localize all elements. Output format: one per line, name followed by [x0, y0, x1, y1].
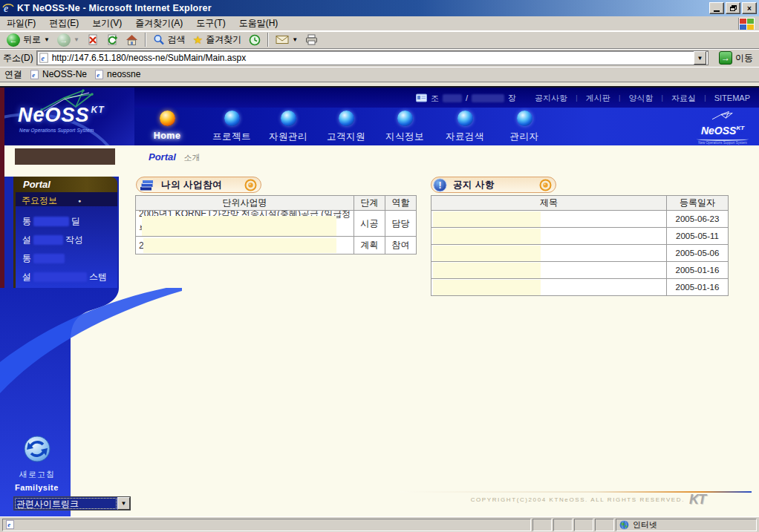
forward-icon: →	[57, 33, 71, 47]
mail-button[interactable]: ▼	[272, 32, 302, 48]
quicklink-notice[interactable]: 공지사항	[530, 93, 572, 104]
table-row[interactable]: 2005년1 KORNET가감망 전송시설(충혜)공급 (일급정 부 시공 담당	[136, 211, 417, 237]
print-button[interactable]	[302, 32, 322, 48]
breadcrumb: Portal 소개	[149, 151, 200, 163]
ie-page-icon: e	[94, 70, 104, 79]
orange-ring-button[interactable]	[539, 179, 552, 191]
nav-resource[interactable]: 자원관리	[255, 111, 322, 143]
refresh-circle-icon	[23, 435, 51, 463]
sidebar-item-1[interactable]: 통 딜	[16, 212, 117, 231]
table-row[interactable]: 2005-05-11	[431, 228, 729, 245]
history-icon	[249, 34, 261, 46]
status-main-pane: e	[2, 519, 531, 531]
familysite-label: Familysite	[15, 483, 59, 492]
status-zone-label: 인터넷	[633, 519, 657, 531]
forward-button[interactable]: → ▼	[53, 32, 83, 48]
quicklink-library[interactable]: 자료실	[667, 93, 700, 104]
refresh-page-button[interactable]: 새로고침	[10, 435, 64, 480]
minimize-button[interactable]	[709, 2, 724, 14]
toolbar-separator	[267, 33, 269, 47]
table-row[interactable]: 2 계획 참여	[136, 237, 417, 254]
nav-search[interactable]: 자료검색	[431, 111, 498, 143]
home-button[interactable]	[122, 32, 142, 48]
stage-cell: 시공	[354, 211, 385, 237]
mail-dropdown-icon[interactable]: ▼	[292, 36, 298, 43]
redacted-text	[33, 235, 63, 245]
orange-ring-button[interactable]	[244, 179, 257, 191]
menu-help[interactable]: 도움말(H)	[232, 16, 285, 31]
sidebar-swoosh	[0, 288, 193, 516]
nav-admin[interactable]: 관리자	[491, 111, 558, 143]
table-row[interactable]: 2005-01-16	[431, 262, 729, 279]
address-url[interactable]: http://147.6.51.180/neoss-ne/SubMain/Mai…	[52, 53, 694, 63]
mini-neoss-logo: NeOSSKT New Operations Support System	[691, 110, 755, 144]
sidebar-item-2[interactable]: 설 작성	[16, 231, 117, 249]
menu-view[interactable]: 보기(V)	[85, 16, 128, 31]
status-pane	[595, 519, 614, 531]
quicklink-board[interactable]: 게시판	[582, 93, 615, 104]
redacted-text	[433, 280, 541, 295]
notice-date: 2005-01-16	[667, 279, 729, 296]
go-button[interactable]: → 이동	[716, 50, 756, 65]
back-button[interactable]: ← 뒤로 ▼	[3, 32, 53, 48]
user-prefix: 조	[431, 93, 439, 104]
familysite-selected-value: 관련사이트링크	[14, 497, 117, 510]
sidebar-item-3[interactable]: 통	[16, 249, 117, 268]
address-dropdown-icon[interactable]: ▼	[694, 51, 706, 65]
select-dropdown-icon[interactable]: ▼	[117, 497, 130, 510]
orb-icon	[339, 111, 354, 126]
stop-button[interactable]	[83, 32, 102, 48]
ie-page-icon: e	[30, 70, 39, 79]
user-name-redacted	[15, 148, 115, 165]
print-icon	[305, 34, 318, 45]
familysite-select[interactable]: 관련사이트링크 ▼	[13, 496, 131, 510]
status-zone-pane: 인터넷	[616, 519, 757, 531]
ie-page-icon: e	[39, 53, 49, 63]
close-button[interactable]: ×	[742, 2, 757, 14]
user-band: 조 / 장 공지사항 | 게시판 | 양식함 | 자료실 | SITEMAP	[416, 92, 759, 104]
books-icon	[139, 177, 155, 192]
menu-tools[interactable]: 도구(T)	[189, 16, 232, 31]
user-suffix: 장	[508, 93, 516, 104]
table-row[interactable]: 2005-01-16	[431, 279, 729, 296]
table-row[interactable]: 2005-05-06	[431, 245, 729, 262]
copyright-text: COPYRIGHT(C)2004 KTNeOSS. ALL RIGHTS RES…	[455, 496, 685, 503]
sidebar-section-main-info[interactable]: 주요정보 ●	[16, 192, 117, 206]
menu-edit[interactable]: 편집(E)	[42, 16, 85, 31]
logo-tagline: New Operations Support System	[19, 128, 94, 133]
refresh-button[interactable]	[102, 32, 122, 48]
home-icon	[126, 34, 138, 46]
nav-home[interactable]: Home	[134, 111, 201, 141]
quicklink-sitemap[interactable]: SITEMAP	[710, 93, 755, 102]
breadcrumb-current: 소개	[183, 153, 200, 162]
sidebar-item-4[interactable]: 설 스템	[16, 268, 117, 286]
menu-favorites[interactable]: 즐겨찾기(A)	[128, 16, 189, 31]
address-input[interactable]: e http://147.6.51.180/neoss-ne/SubMain/M…	[36, 50, 708, 65]
favorites-button[interactable]: ★ 즐겨찾기	[189, 32, 245, 48]
table-header-row: 단위사업명 단계 역할	[136, 196, 417, 211]
nav-customer[interactable]: 고객지원	[313, 111, 380, 143]
col-subject: 제목	[431, 196, 667, 211]
table-row[interactable]: 2005-06-23	[431, 211, 729, 228]
history-button[interactable]	[245, 32, 264, 48]
ie-page-icon: e	[5, 519, 15, 530]
quicklink-forms[interactable]: 양식함	[624, 93, 657, 104]
redacted-text	[433, 211, 541, 227]
exclamation-icon: !	[433, 178, 447, 192]
link-neossne[interactable]: e neossne	[94, 69, 140, 79]
redacted-text	[33, 217, 69, 226]
notice-date: 2005-05-06	[667, 245, 729, 262]
status-pane	[574, 519, 593, 531]
windows-logo-icon	[738, 18, 755, 30]
search-button[interactable]: 검색	[149, 32, 189, 48]
menu-file[interactable]: 파일(F)	[0, 16, 42, 31]
forward-dropdown-icon[interactable]: ▼	[74, 36, 79, 43]
window-title: KT NeOSS-Ne - Microsoft Internet Explore…	[17, 3, 212, 13]
nav-knowledge[interactable]: 지식정보	[371, 111, 438, 143]
orb-icon	[457, 111, 473, 126]
back-dropdown-icon[interactable]: ▼	[44, 36, 50, 43]
web-page: NeOSSKT New Operations Support System 조 …	[0, 82, 759, 516]
restore-button[interactable]	[726, 2, 740, 14]
link-neoss-ne[interactable]: e NeOSS-Ne	[30, 69, 87, 79]
col-stage: 단계	[354, 196, 385, 211]
